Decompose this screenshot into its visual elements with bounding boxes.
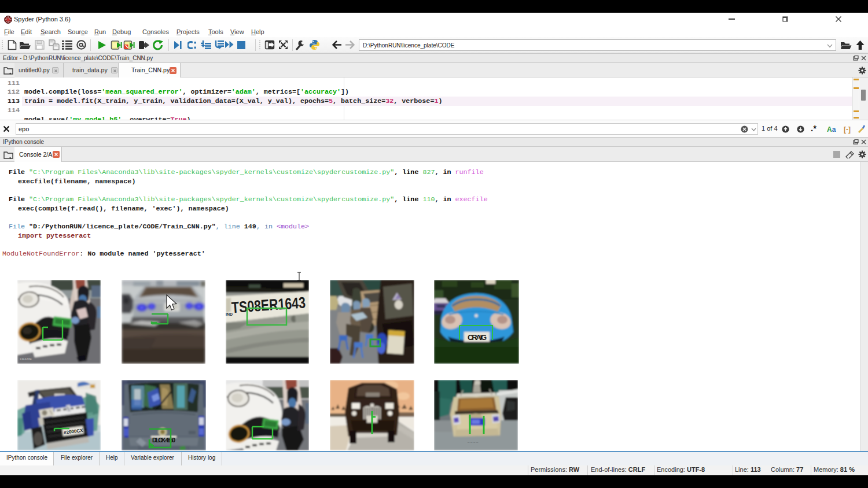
svg-text:_ _ _ _: _ _ _ _ <box>467 439 479 443</box>
svg-text:CRAIG: CRAIG <box>468 333 487 342</box>
svg-text:IND: IND <box>226 312 233 316</box>
svg-text:DLCK 4850: DLCK 4850 <box>152 437 175 443</box>
svg-text:FRAME: FRAME <box>20 357 32 361</box>
